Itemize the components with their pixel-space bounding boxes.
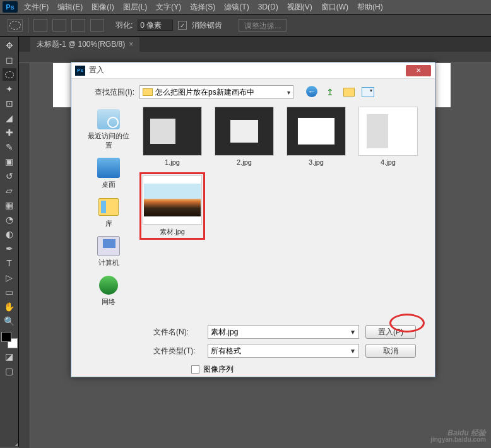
up-button[interactable]: ↥ [324,86,336,98]
gradient-tool[interactable]: ▦ [3,199,16,211]
menu-bar: Ps 文件(F) 编辑(E) 图像(I) 图层(L) 文字(Y) 选择(S) 滤… [0,0,491,14]
cancel-button[interactable]: 取消 [365,344,416,358]
place-computer-label: 计算机 [98,258,119,268]
menu-3d[interactable]: 3D(D) [258,3,278,11]
place-computer[interactable]: 计算机 [83,233,134,270]
eraser-tool[interactable]: ▱ [3,184,16,197]
menu-file[interactable]: 文件(F) [24,2,49,13]
selection-subtract-button[interactable] [71,19,85,32]
quick-mask-toggle[interactable]: ◪ [3,350,16,363]
dialog-close-button[interactable]: ✕ [406,65,431,76]
places-bar: 最近访问的位置 桌面 库 计算机 网络 [80,107,137,315]
file-item[interactable]: 3.jpg [283,107,349,166]
magic-wand-tool[interactable]: ✦ [3,83,16,95]
menu-window[interactable]: 窗口(W) [321,2,348,13]
network-icon [97,275,120,295]
view-menu-button[interactable] [362,86,374,98]
lasso-tool[interactable] [3,68,16,81]
filetype-dropdown[interactable]: 所有格式 [208,344,359,358]
place-network[interactable]: 网络 [83,273,134,309]
menu-select[interactable]: 选择(S) [190,2,215,13]
chevron-down-icon: ▾ [287,89,290,96]
move-tool[interactable]: ✥ [3,39,16,52]
menu-type[interactable]: 文字(Y) [156,2,181,13]
menu-view[interactable]: 视图(V) [287,2,312,13]
marquee-tool[interactable]: ◻ [3,54,16,66]
document-tab-title: 未标题-1 @ 100%(RGB/8) [37,39,125,50]
path-selection-tool[interactable]: ▷ [3,271,16,284]
menu-layer[interactable]: 图层(L) [123,2,148,13]
screen-mode-toggle[interactable]: ▢ [3,365,16,377]
crop-tool[interactable]: ⊡ [3,97,16,110]
filename-value: 素材.jpg [211,327,238,338]
blur-tool[interactable]: ◔ [3,213,16,226]
file-list[interactable]: 1.jpg 2.jpg 3.jpg 4.jpg 素材.jpg [137,107,426,315]
image-sequence-checkbox[interactable] [191,365,199,374]
app-logo: Ps [3,1,18,13]
file-item[interactable]: 2.jpg [211,107,277,166]
menu-filter[interactable]: 滤镜(T) [224,2,249,13]
color-swatches[interactable] [1,332,18,348]
brush-tool[interactable]: ✎ [3,141,16,153]
options-bar: 羽化: ✓ 消除锯齿 调整边缘... [0,14,491,37]
foreground-color-swatch[interactable] [1,332,11,342]
pen-tool[interactable]: ✒ [3,242,16,255]
file-label: 1.jpg [165,158,180,166]
healing-brush-tool[interactable]: ✚ [3,126,16,139]
refine-edge-button[interactable]: 调整边缘... [239,19,287,32]
filetype-value: 所有格式 [211,346,241,357]
filename-input[interactable]: 素材.jpg [208,325,359,339]
filename-label: 文件名(N): [153,327,201,338]
file-thumbnail [143,175,202,225]
close-tab-icon[interactable]: × [129,40,133,49]
selection-new-button[interactable] [33,19,47,32]
feather-label: 羽化: [115,20,133,31]
eyedropper-tool[interactable]: ◢ [3,112,16,124]
clone-stamp-tool[interactable]: ▣ [3,155,16,168]
recent-icon [97,109,120,129]
history-brush-tool[interactable]: ↺ [3,170,16,182]
dialog-titlebar: Ps 置入 ✕ [71,62,435,79]
tool-preset-icon[interactable] [8,19,23,32]
menu-edit[interactable]: 编辑(E) [57,2,83,13]
file-label: 4.jpg [381,158,396,166]
antialias-checkbox[interactable]: ✓ [178,21,187,30]
library-icon [97,197,120,217]
selection-intersect-button[interactable] [90,19,104,32]
file-label: 2.jpg [237,158,252,166]
file-thumbnail [215,107,274,156]
lookin-dropdown[interactable]: 怎么把图片放在ps新建画布中 ▾ [139,85,293,99]
zoom-tool[interactable]: 🔍 [3,315,16,327]
hand-tool[interactable]: ✋ [3,300,16,313]
dodge-tool[interactable]: ◐ [3,228,16,240]
file-label: 3.jpg [309,158,324,166]
lookin-value: 怎么把图片放在ps新建画布中 [155,87,254,98]
type-tool[interactable]: T [3,257,16,269]
folder-icon [143,88,153,96]
place-recent[interactable]: 最近访问的位置 [83,107,134,153]
lookin-label: 查找范围(I): [80,87,134,98]
feather-input[interactable] [138,20,173,31]
place-button[interactable]: 置入(P) [365,325,416,339]
file-thumbnail [358,107,418,156]
watermark-sub: jingyan.baidu.com [430,437,486,443]
toolbox: ✥ ◻ ✦ ⊡ ◢ ✚ ✎ ▣ ↺ ▱ ▦ ◔ ◐ ✒ T ▷ ▭ ✋ 🔍 ◪ … [0,37,19,447]
image-sequence-label: 图像序列 [203,364,234,375]
place-library[interactable]: 库 [83,194,134,231]
menu-image[interactable]: 图像(I) [92,2,114,13]
antialias-label: 消除锯齿 [192,20,222,31]
selection-add-button[interactable] [52,19,66,32]
back-button[interactable]: ← [306,86,317,97]
file-item[interactable]: 1.jpg [139,107,205,166]
new-folder-button[interactable] [343,86,355,98]
place-desktop[interactable]: 桌面 [83,155,134,192]
shape-tool[interactable]: ▭ [3,286,16,298]
place-network-label: 网络 [102,297,115,307]
menu-help[interactable]: 帮助(H) [357,2,383,13]
file-item-selected[interactable]: 素材.jpg [139,172,205,240]
dialog-title: 置入 [89,65,406,76]
file-item[interactable]: 4.jpg [355,107,421,166]
file-thumbnail [143,107,202,156]
document-tab[interactable]: 未标题-1 @ 100%(RGB/8) × [30,37,139,52]
filetype-label: 文件类型(T): [153,346,201,357]
